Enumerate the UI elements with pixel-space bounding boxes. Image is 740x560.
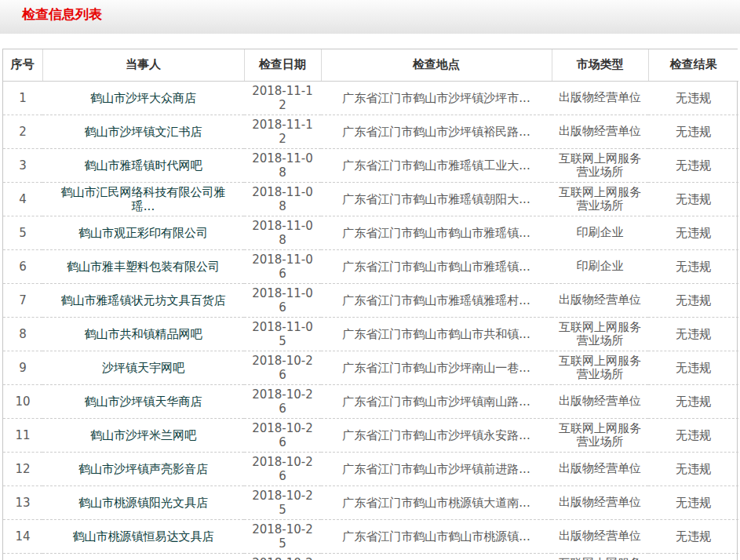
inspection-location-cell: 广东省江门市鹤山市鹤山市雅瑶镇...: [321, 216, 552, 249]
table-row: 7 鹤山市雅瑶镇状元坊文具百货店 2018-11-06 广东省江门市鹤山市雅瑶镇…: [3, 283, 738, 317]
row-index-cell: 13: [3, 485, 42, 519]
inspection-location-cell: 广东省江门市鹤山市沙坪南山一巷...: [321, 351, 552, 384]
inspection-date-cell: 2018-11-06: [244, 283, 321, 317]
inspection-result-cell: 无违规: [648, 283, 738, 317]
header-result: 检查结果: [648, 49, 738, 81]
market-type-cell: 互联网上网服务营业场所: [552, 182, 648, 216]
header-index: 序号: [3, 49, 42, 81]
party-link[interactable]: 鹤山市雅瑶镇状元坊文具百货店: [61, 293, 226, 307]
market-type-cell: 印刷企业: [552, 249, 648, 283]
inspection-date-cell: 2018-10-25: [244, 519, 321, 553]
party-link[interactable]: 鹤山市沙坪大众商店: [90, 91, 196, 105]
inspection-location-cell: 广东省江门市鹤山市桃源镇桃源大...: [321, 553, 552, 560]
inspection-location-cell: 广东省江门市鹤山市沙坪镇沙坪市...: [321, 81, 552, 115]
row-index-cell: 12: [3, 452, 42, 485]
inspection-date-cell: 2018-11-08: [244, 216, 321, 249]
table-row: 2 鹤山市沙坪镇文汇书店 2018-11-12 广东省江门市鹤山市沙坪镇裕民路.…: [3, 115, 738, 148]
inspection-date-cell: 2018-10-26: [244, 384, 321, 418]
party-link[interactable]: 鹤山市桃源镇阳光文具店: [78, 496, 208, 510]
market-type-cell: 出版物经营单位: [552, 115, 648, 148]
inspection-location-cell: 广东省江门市鹤山市雅瑶镇雅瑶村...: [321, 283, 552, 317]
party-cell: 鹤山市雅瑶镇状元坊文具百货店: [42, 283, 244, 317]
party-cell: 鹤山市观正彩印有限公司: [42, 216, 244, 249]
market-type-cell: 互联网上网服务营业场所: [552, 148, 648, 182]
party-link[interactable]: 鹤山市雅丰塑料包装有限公司: [67, 260, 220, 274]
row-index-cell: 10: [3, 384, 42, 418]
party-cell: 鹤山市雅丰塑料包装有限公司: [42, 249, 244, 283]
table-row: 4 鹤山市汇民网络科技有限公司雅瑶... 2018-11-08 广东省江门市鹤山…: [3, 182, 738, 216]
inspection-result-cell: 无违规: [648, 485, 738, 519]
market-type-cell: 出版物经营单位: [552, 384, 648, 418]
market-type-cell: 出版物经营单位: [552, 81, 648, 115]
table-row: 10 鹤山市沙坪镇天华商店 2018-10-26 广东省江门市鹤山市沙坪镇南山路…: [3, 384, 738, 418]
header-location: 检查地点: [321, 49, 552, 81]
table-row: 12 鹤山市沙坪镇声亮影音店 2018-10-26 广东省江门市鹤山市沙坪镇前进…: [3, 452, 738, 485]
party-cell: 鹤山市沙坪镇声亮影音店: [42, 452, 244, 485]
party-cell: 鹤山市沙坪镇文汇书店: [42, 115, 244, 148]
party-link[interactable]: 鹤山市沙坪米兰网吧: [90, 428, 196, 442]
table-row: 8 鹤山市共和镇精品网吧 2018-11-05 广东省江门市鹤山市鹤山市共和镇.…: [3, 317, 738, 351]
header-date: 检查日期: [244, 49, 321, 81]
table-row: 15 鹤山市尚悦网吧 2018-10-25 广东省江门市鹤山市桃源镇桃源大...…: [3, 553, 738, 560]
inspection-result-cell: 无违规: [648, 384, 738, 418]
inspection-location-cell: 广东省江门市鹤山市沙坪镇永安路...: [321, 418, 552, 452]
row-index-cell: 9: [3, 351, 42, 384]
inspection-location-cell: 广东省江门市鹤山市雅瑶镇工业大...: [321, 148, 552, 182]
party-link[interactable]: 鹤山市汇民网络科技有限公司雅瑶...: [61, 185, 226, 213]
page-title: 检查信息列表: [22, 5, 740, 23]
party-cell: 沙坪镇天宇网吧: [42, 351, 244, 384]
market-type-cell: 出版物经营单位: [552, 452, 648, 485]
party-cell: 鹤山市沙坪镇天华商店: [42, 384, 244, 418]
inspection-result-cell: 无违规: [648, 216, 738, 249]
inspection-result-cell: 无违规: [648, 182, 738, 216]
inspection-date-cell: 2018-11-08: [244, 182, 321, 216]
inspection-location-cell: 广东省江门市鹤山市沙坪镇前进路...: [321, 452, 552, 485]
market-type-cell: 互联网上网服务营业场所: [552, 418, 648, 452]
table-body: 1 鹤山市沙坪大众商店 2018-11-12 广东省江门市鹤山市沙坪镇沙坪市..…: [3, 81, 738, 560]
row-index-cell: 11: [3, 418, 42, 452]
party-cell: 鹤山市桃源镇阳光文具店: [42, 485, 244, 519]
inspection-date-cell: 2018-10-25: [244, 485, 321, 519]
party-cell: 鹤山市沙坪米兰网吧: [42, 418, 244, 452]
party-link[interactable]: 鹤山市共和镇精品网吧: [85, 327, 202, 341]
party-link[interactable]: 鹤山市桃源镇恒易达文具店: [73, 529, 214, 544]
inspection-result-cell: 无违规: [648, 452, 738, 485]
table-row: 14 鹤山市桃源镇恒易达文具店 2018-10-25 广东省江门市鹤山市鹤山市桃…: [3, 519, 738, 553]
inspection-result-cell: 无违规: [648, 317, 738, 351]
market-type-cell: 印刷企业: [552, 216, 648, 249]
table-row: 1 鹤山市沙坪大众商店 2018-11-12 广东省江门市鹤山市沙坪镇沙坪市..…: [3, 81, 738, 115]
inspection-location-cell: 广东省江门市鹤山市鹤山市桃源镇...: [321, 519, 552, 553]
party-cell: 鹤山市桃源镇恒易达文具店: [42, 519, 244, 553]
market-type-cell: 互联网上网服务营业场所: [552, 351, 648, 384]
party-link[interactable]: 鹤山市雅瑶镇时代网吧: [85, 158, 202, 173]
row-index-cell: 4: [3, 182, 42, 216]
header-party: 当事人: [42, 49, 244, 81]
row-index-cell: 2: [3, 115, 42, 148]
inspection-location-cell: 广东省江门市鹤山市桃源镇大道南...: [321, 485, 552, 519]
market-type-cell: 出版物经营单位: [552, 485, 648, 519]
party-cell: 鹤山市汇民网络科技有限公司雅瑶...: [42, 182, 244, 216]
inspection-result-cell: 无违规: [648, 249, 738, 283]
inspection-date-cell: 2018-11-05: [244, 317, 321, 351]
party-link[interactable]: 鹤山市沙坪镇声亮影音店: [78, 462, 208, 476]
row-index-cell: 7: [3, 283, 42, 317]
market-type-cell: 出版物经营单位: [552, 283, 648, 317]
row-index-cell: 5: [3, 216, 42, 249]
party-link[interactable]: 鹤山市观正彩印有限公司: [78, 226, 208, 240]
market-type-cell: 出版物经营单位: [552, 519, 648, 553]
inspection-result-cell: 无违规: [648, 519, 738, 553]
inspection-date-cell: 2018-11-08: [244, 148, 321, 182]
party-link[interactable]: 沙坪镇天宇网吧: [102, 361, 184, 375]
market-type-cell: 互联网上网服务营业场所: [552, 317, 648, 351]
inspection-table-container: 序号 当事人 检查日期 检查地点 市场类型 检查结果 1 鹤山市沙坪大众商店 2…: [2, 49, 738, 560]
inspection-result-cell: 无违规: [648, 81, 738, 115]
table-row: 5 鹤山市观正彩印有限公司 2018-11-08 广东省江门市鹤山市鹤山市雅瑶镇…: [3, 216, 738, 249]
party-link[interactable]: 鹤山市沙坪镇文汇书店: [85, 125, 202, 139]
party-link[interactable]: 鹤山市沙坪镇天华商店: [85, 395, 202, 409]
row-index-cell: 3: [3, 148, 42, 182]
party-cell: 鹤山市沙坪大众商店: [42, 81, 244, 115]
inspection-location-cell: 广东省江门市鹤山市沙坪镇南山路...: [321, 384, 552, 418]
header-market-type: 市场类型: [552, 49, 648, 81]
inspection-date-cell: 2018-10-25: [244, 553, 321, 560]
table-row: 3 鹤山市雅瑶镇时代网吧 2018-11-08 广东省江门市鹤山市雅瑶镇工业大.…: [3, 148, 738, 182]
